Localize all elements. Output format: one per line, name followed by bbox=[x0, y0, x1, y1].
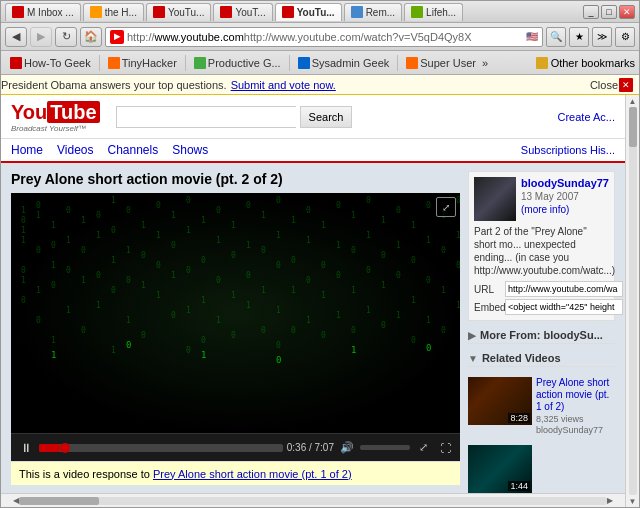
more-nav-button[interactable]: ≫ bbox=[592, 27, 612, 47]
progress-bar[interactable] bbox=[39, 444, 283, 452]
uploader-name[interactable]: bloodySunday77 bbox=[521, 177, 609, 189]
more-info-link[interactable]: (more info) bbox=[521, 204, 609, 215]
tab-yt2-label: YouT... bbox=[235, 7, 265, 18]
svg-text:0: 0 bbox=[366, 196, 371, 205]
bookmark-howtogeek-label: How-To Geek bbox=[24, 57, 91, 69]
video-player[interactable]: 1011 010 01010 10101 0101 1010 0101 1010… bbox=[11, 193, 460, 433]
bookmark-howtogeek[interactable]: How-To Geek bbox=[5, 55, 96, 71]
scroll-right-arrow[interactable]: ▶ bbox=[607, 496, 613, 505]
related-videos-header[interactable]: Related Videos bbox=[468, 350, 615, 367]
tab-gmail[interactable]: M Inbox ... bbox=[5, 3, 81, 21]
reload-button[interactable]: ↻ bbox=[55, 27, 77, 47]
nav-right-links[interactable]: Subscriptions His... bbox=[521, 144, 615, 156]
uploader-card: bloodySunday77 13 May 2007 (more info) P… bbox=[468, 171, 615, 321]
svg-text:1: 1 bbox=[306, 316, 311, 325]
browser-window: M Inbox ... the H... YouTu... YouT... Yo… bbox=[0, 0, 640, 508]
tab-yt2[interactable]: YouT... bbox=[213, 3, 272, 21]
fullscreen-icon[interactable]: ⤢ bbox=[436, 197, 456, 217]
bookmarks-more[interactable]: » bbox=[482, 57, 488, 69]
h-scroll-track[interactable] bbox=[19, 497, 607, 505]
related-duration-1: 8:28 bbox=[508, 413, 530, 423]
close-button[interactable]: ✕ bbox=[619, 5, 635, 19]
more-from-label: More From: bloodySu... bbox=[480, 329, 603, 341]
expand-button[interactable]: ⤢ bbox=[414, 441, 432, 454]
embed-input[interactable] bbox=[505, 299, 623, 315]
close-x-icon[interactable]: ✕ bbox=[619, 78, 633, 92]
related-videos-label: Related Videos bbox=[482, 352, 561, 364]
bookmark-sysadmin-label: Sysadmin Geek bbox=[312, 57, 390, 69]
scroll-up-arrow[interactable]: ▲ bbox=[629, 95, 637, 107]
notification-link[interactable]: Submit and vote now. bbox=[231, 79, 336, 91]
url-input[interactable] bbox=[505, 281, 623, 297]
maximize-button[interactable]: □ bbox=[601, 5, 617, 19]
svg-text:0: 0 bbox=[201, 336, 206, 345]
svg-text:0: 0 bbox=[186, 346, 191, 355]
fullscreen-button[interactable]: ⛶ bbox=[436, 442, 454, 454]
volume-button[interactable]: 🔊 bbox=[338, 441, 356, 454]
bookmark-button[interactable]: ★ bbox=[569, 27, 589, 47]
svg-text:0: 0 bbox=[201, 256, 206, 265]
nav-shows[interactable]: Shows bbox=[172, 143, 208, 157]
youtube-logo: YouTube Broadcast Yourself™ bbox=[11, 101, 100, 133]
bookmark-sysadmin[interactable]: Sysadmin Geek bbox=[293, 55, 395, 71]
related-video-uploader-1[interactable]: bloodySunday77 bbox=[536, 425, 615, 435]
forward-button[interactable]: ▶ bbox=[30, 27, 52, 47]
svg-text:0: 0 bbox=[426, 343, 431, 353]
bookmark-tinyhacker[interactable]: TinyHacker bbox=[103, 55, 182, 71]
svg-text:1: 1 bbox=[201, 296, 206, 305]
notification-close[interactable]: Close ✕ bbox=[590, 78, 633, 92]
address-bar[interactable]: ▶ http://www.youtube.comhttp://www.youtu… bbox=[105, 27, 543, 47]
back-button[interactable]: ◀ bbox=[5, 27, 27, 47]
response-text: This is a video response to bbox=[19, 468, 150, 480]
tab-yt3-active[interactable]: YouTu... bbox=[275, 3, 342, 21]
svg-text:1: 1 bbox=[411, 221, 416, 230]
minimize-button[interactable]: _ bbox=[583, 5, 599, 19]
v-scroll-thumb[interactable] bbox=[629, 107, 637, 147]
bookmark-superuser[interactable]: Super User bbox=[401, 55, 481, 71]
nav-videos[interactable]: Videos bbox=[57, 143, 93, 157]
related-video-views-1: 8,325 views bbox=[536, 414, 615, 424]
volume-bar[interactable] bbox=[360, 445, 410, 450]
svg-text:1: 1 bbox=[111, 346, 116, 355]
nav-channels[interactable]: Channels bbox=[108, 143, 159, 157]
tab-rem[interactable]: Rem... bbox=[344, 3, 402, 21]
v-scroll-track[interactable] bbox=[629, 107, 637, 495]
nav-home[interactable]: Home bbox=[11, 143, 43, 157]
svg-text:1: 1 bbox=[321, 221, 326, 230]
bookmark-productive-label: Productive G... bbox=[208, 57, 281, 69]
pause-button[interactable]: ⏸ bbox=[17, 441, 35, 455]
bookmark-productive[interactable]: Productive G... bbox=[189, 55, 286, 71]
tab-gmail-label: M Inbox ... bbox=[27, 7, 74, 18]
svg-text:0: 0 bbox=[276, 341, 281, 350]
h-scroll-thumb[interactable] bbox=[19, 497, 99, 505]
tools-button[interactable]: ⚙ bbox=[615, 27, 635, 47]
other-bookmarks[interactable]: Other bookmarks bbox=[536, 57, 635, 69]
svg-text:1: 1 bbox=[216, 236, 221, 245]
response-link[interactable]: Prey Alone short action movie (pt. 1 of … bbox=[153, 468, 352, 480]
more-from-header[interactable]: More From: bloodySu... bbox=[468, 327, 615, 344]
svg-text:1: 1 bbox=[126, 246, 131, 255]
svg-text:1: 1 bbox=[51, 336, 56, 345]
related-video-title-1[interactable]: Prey Alone short action movie (pt. 1 of … bbox=[536, 377, 615, 413]
search-sidebar-button[interactable]: 🔍 bbox=[546, 27, 566, 47]
search-button[interactable]: Search bbox=[300, 106, 353, 128]
svg-text:0: 0 bbox=[276, 196, 281, 205]
svg-text:0: 0 bbox=[66, 266, 71, 275]
broadcast-label: Broadcast Yourself™ bbox=[11, 124, 86, 133]
other-bk-favicon bbox=[536, 57, 548, 69]
search-input[interactable] bbox=[116, 106, 296, 128]
home-button[interactable]: 🏠 bbox=[80, 27, 102, 47]
tab-yt1[interactable]: YouTu... bbox=[146, 3, 212, 21]
tab-lifeh[interactable]: Lifeh... bbox=[404, 3, 463, 21]
create-account-link[interactable]: Create Ac... bbox=[558, 111, 615, 123]
svg-text:1: 1 bbox=[351, 286, 356, 295]
svg-text:1: 1 bbox=[141, 281, 146, 290]
svg-text:1: 1 bbox=[171, 271, 176, 280]
svg-text:0: 0 bbox=[96, 211, 101, 220]
svg-text:1: 1 bbox=[66, 306, 71, 315]
svg-text:1: 1 bbox=[276, 231, 281, 240]
svg-text:0: 0 bbox=[126, 276, 131, 285]
svg-text:1: 1 bbox=[291, 216, 296, 225]
scroll-down-arrow[interactable]: ▼ bbox=[629, 495, 637, 507]
tab-h[interactable]: the H... bbox=[83, 3, 144, 21]
